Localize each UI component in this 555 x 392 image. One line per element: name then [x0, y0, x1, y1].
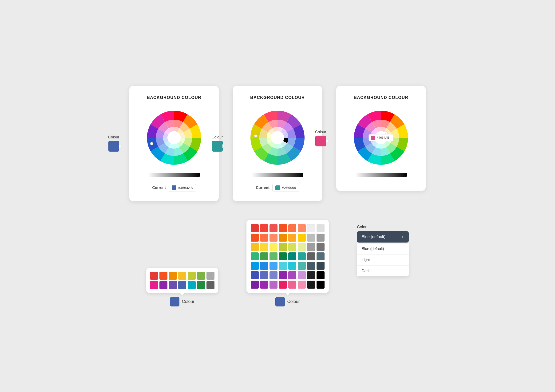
- palette-swatch[interactable]: [251, 262, 259, 270]
- palette-swatch[interactable]: [178, 272, 186, 280]
- colour-swatch-2[interactable]: [212, 141, 223, 152]
- palette-swatch[interactable]: [298, 252, 306, 260]
- palette-swatch[interactable]: [251, 281, 259, 289]
- current-swatch-box-1[interactable]: #4664AB: [169, 184, 196, 192]
- palette-swatch[interactable]: [260, 243, 268, 251]
- dropdown-button[interactable]: Blue (default) ▼: [357, 231, 409, 242]
- colour-swatch-wrapper-3: Colour: [315, 130, 326, 146]
- palette-swatch[interactable]: [316, 271, 325, 279]
- large-palette-section: Colour: [247, 220, 329, 306]
- palette-swatch[interactable]: [270, 224, 278, 232]
- svg-text:#4664AB: #4664AB: [377, 136, 389, 139]
- colour-swatch-1[interactable]: [108, 141, 119, 152]
- current-label-2: Current: [256, 186, 270, 190]
- dropdown-button-text: Blue (default): [362, 235, 386, 239]
- palette-large-row-2: [251, 234, 325, 242]
- palette-swatch[interactable]: [251, 243, 259, 251]
- palette-swatch[interactable]: [288, 271, 296, 279]
- palette-swatch[interactable]: [307, 271, 315, 279]
- palette-swatch[interactable]: [288, 243, 296, 251]
- palette-swatch[interactable]: [307, 234, 315, 242]
- palette-swatch[interactable]: [288, 252, 296, 260]
- card-title-3: BACKGROUND COLOUR: [354, 95, 408, 100]
- palette-swatch[interactable]: [150, 272, 158, 280]
- palette-swatch[interactable]: [298, 234, 306, 242]
- palette-large-row-1: [251, 224, 325, 232]
- palette-swatch[interactable]: [169, 272, 177, 280]
- palette-swatch[interactable]: [316, 252, 325, 260]
- palette-swatch[interactable]: [288, 262, 296, 270]
- wheel-container-2[interactable]: [247, 107, 308, 168]
- palette-swatch[interactable]: [307, 262, 315, 270]
- palette-swatch[interactable]: [298, 262, 306, 270]
- palette-swatch[interactable]: [188, 272, 196, 280]
- palette-swatch[interactable]: [206, 281, 214, 289]
- palette-swatch[interactable]: [197, 281, 205, 289]
- palette-swatch[interactable]: [307, 281, 315, 289]
- grayscale-bar-2[interactable]: [252, 173, 303, 177]
- palette-trigger-label-large: Colour: [287, 299, 299, 304]
- palette-swatch[interactable]: [188, 281, 196, 289]
- palette-swatch[interactable]: [279, 262, 287, 270]
- palette-swatch[interactable]: [160, 281, 168, 289]
- palette-swatch[interactable]: [260, 252, 268, 260]
- palette-swatch[interactable]: [279, 281, 287, 289]
- palette-swatch[interactable]: [206, 272, 214, 280]
- palette-swatch[interactable]: [307, 243, 315, 251]
- palette-swatch[interactable]: [260, 262, 268, 270]
- palette-trigger-small[interactable]: Colour: [170, 297, 194, 306]
- palette-swatch[interactable]: [260, 281, 268, 289]
- palette-swatch[interactable]: [251, 252, 259, 260]
- palette-swatch[interactable]: [316, 234, 325, 242]
- color-wheel-card-1: BACKGROUND COLOUR: [129, 86, 219, 201]
- palette-swatch[interactable]: [178, 281, 186, 289]
- palette-swatch[interactable]: [251, 271, 259, 279]
- palette-swatch[interactable]: [288, 281, 296, 289]
- palette-swatch[interactable]: [251, 234, 259, 242]
- grayscale-bar-1[interactable]: [148, 173, 200, 177]
- small-palette-section: Colour: [146, 268, 218, 306]
- current-swatch-box-2[interactable]: #2E9999: [272, 184, 299, 192]
- dropdown-item-dark[interactable]: Dark: [357, 266, 409, 276]
- palette-swatch[interactable]: [270, 262, 278, 270]
- palette-swatch[interactable]: [307, 252, 315, 260]
- palette-swatch[interactable]: [298, 224, 306, 232]
- palette-swatch[interactable]: [270, 234, 278, 242]
- palette-trigger-large[interactable]: Colour: [275, 297, 299, 306]
- palette-swatch[interactable]: [288, 224, 296, 232]
- palette-swatch[interactable]: [279, 252, 287, 260]
- wheel-container-1[interactable]: [143, 107, 204, 168]
- palette-swatch[interactable]: [260, 271, 268, 279]
- wheel-container-3[interactable]: #4664AB: [351, 107, 412, 168]
- palette-swatch[interactable]: [316, 281, 325, 289]
- palette-swatch[interactable]: [197, 272, 205, 280]
- palette-swatch[interactable]: [260, 234, 268, 242]
- dropdown-item-blue-default[interactable]: Blue (default): [357, 243, 409, 255]
- palette-large: [247, 220, 329, 293]
- palette-swatch[interactable]: [270, 243, 278, 251]
- palette-swatch[interactable]: [279, 224, 287, 232]
- grayscale-bar-3[interactable]: [355, 173, 407, 177]
- palette-swatch[interactable]: [288, 234, 296, 242]
- palette-swatch[interactable]: [279, 243, 287, 251]
- palette-swatch[interactable]: [270, 271, 278, 279]
- palette-swatch[interactable]: [251, 224, 259, 232]
- palette-swatch[interactable]: [270, 281, 278, 289]
- dropdown-item-light[interactable]: Light: [357, 255, 409, 266]
- palette-swatch[interactable]: [298, 243, 306, 251]
- palette-swatch[interactable]: [270, 252, 278, 260]
- palette-swatch[interactable]: [260, 224, 268, 232]
- palette-swatch[interactable]: [298, 271, 306, 279]
- palette-large-row-5: [251, 262, 325, 270]
- palette-swatch[interactable]: [279, 234, 287, 242]
- palette-swatch[interactable]: [307, 224, 315, 232]
- colour-swatch-3[interactable]: [315, 135, 326, 146]
- palette-swatch[interactable]: [316, 262, 325, 270]
- palette-swatch[interactable]: [169, 281, 177, 289]
- palette-swatch[interactable]: [298, 281, 306, 289]
- palette-swatch[interactable]: [160, 272, 168, 280]
- palette-swatch[interactable]: [316, 224, 325, 232]
- palette-swatch[interactable]: [279, 271, 287, 279]
- palette-swatch[interactable]: [150, 281, 158, 289]
- palette-swatch[interactable]: [316, 243, 325, 251]
